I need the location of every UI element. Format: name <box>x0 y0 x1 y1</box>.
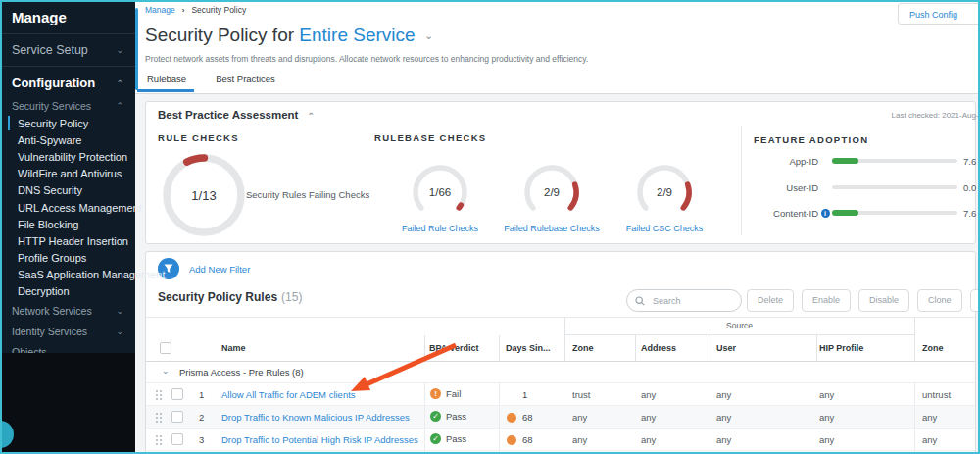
source-column-group: Source <box>564 317 914 335</box>
security-policy-rules-panel: Add New Filter Security Policy Rules(15)… <box>145 251 976 454</box>
page-title: Security Policy for Entire Service ⌄ <box>145 25 433 46</box>
divider <box>914 317 915 361</box>
sidebar-item-security-policy[interactable]: Security Policy <box>0 115 135 131</box>
push-config-button[interactable]: Push Config <box>898 3 980 25</box>
tab-rulebase[interactable]: Rulebase <box>145 70 188 92</box>
failed-rule-checks-gauge: 1/66 <box>409 161 471 224</box>
rule-name-link[interactable]: Allow All Traffic for ADEM clients <box>221 389 356 400</box>
divider <box>499 382 500 454</box>
search-box[interactable] <box>626 289 742 312</box>
rule-name-link[interactable]: Drop Traffic to Known Malicious IP Addre… <box>221 412 410 423</box>
breadcrumb-security-policy: Security Policy <box>191 5 246 15</box>
rule-group-label: Prisma Access - Pre Rules (8) <box>179 367 304 378</box>
column-header-source-address[interactable]: Address <box>641 343 676 353</box>
sidebar-item-configuration[interactable]: Configuration ⌃ <box>0 67 135 95</box>
divider <box>424 335 425 361</box>
page-title-prefix: Security Policy for <box>145 25 294 45</box>
sidebar-item-anti-spyware[interactable]: Anti-Spyware <box>0 131 135 148</box>
rule-checks-label: Security Rules Failing Checks <box>246 189 393 200</box>
tab-bar: Rulebase Best Practices <box>145 70 277 92</box>
scope-selector[interactable]: Entire Service <box>299 25 415 45</box>
sidebar-group-identity-services[interactable]: Identity Services ⌄ <box>0 321 135 341</box>
sidebar-item-saas-application-management[interactable]: SaaS Application Management <box>0 267 135 283</box>
chevron-down-icon: ⌄ <box>116 47 123 53</box>
column-header-days-since[interactable]: Days Sin... <box>506 343 551 353</box>
column-header-source-zone[interactable]: Zone <box>572 343 594 353</box>
page-subtitle: Protect network assets from threats and … <box>145 54 588 64</box>
chevron-up-icon: ⌃ <box>308 111 316 121</box>
clone-button[interactable]: Clone <box>917 289 962 312</box>
sidebar-group-security-services[interactable]: Security Services ⌃ <box>0 95 135 115</box>
delete-button[interactable]: Delete <box>747 289 794 312</box>
sidebar-item-service-setup[interactable]: Service Setup ⌄ <box>0 34 135 67</box>
best-practice-assessment-panel: Best Practice Assessment ⌃ Last checked:… <box>145 101 976 244</box>
chevron-right-icon: › <box>182 6 185 15</box>
drag-handle-icon[interactable] <box>155 412 163 424</box>
breadcrumb-manage[interactable]: Manage <box>145 5 175 15</box>
drag-handle-icon[interactable] <box>155 434 163 446</box>
failed-csc-checks-gauge: 2/9 <box>633 161 696 224</box>
select-all-checkbox[interactable] <box>160 342 172 354</box>
table-row[interactable]: 1 Allow All Traffic for ADEM clients Fai… <box>146 382 975 406</box>
column-header-name[interactable]: Name <box>221 343 246 353</box>
sidebar-item-file-blocking[interactable]: File Blocking <box>0 216 135 232</box>
app-id-progress-bar <box>832 159 957 163</box>
row-checkbox[interactable] <box>172 388 183 400</box>
bpa-panel-title[interactable]: Best Practice Assessment ⌃ <box>158 109 315 121</box>
sidebar-item-dns-security[interactable]: DNS Security <box>0 182 135 199</box>
chevron-down-icon[interactable]: ⌄ <box>424 29 433 41</box>
row-checkbox[interactable] <box>172 433 183 445</box>
divider <box>499 335 500 361</box>
drag-handle-icon[interactable] <box>155 389 163 401</box>
scrollbar[interactable] <box>135 8 138 90</box>
sidebar-item-decryption[interactable]: Decryption <box>0 283 135 300</box>
sidebar-item-vulnerability-protection[interactable]: Vulnerability Protection <box>0 148 135 165</box>
column-header-hip-profile[interactable]: HIP Profile <box>819 343 863 353</box>
column-header-dest-zone[interactable]: Zone <box>922 343 944 353</box>
feature-adoption-row-user-id: User-ID 0.0 <box>734 181 980 193</box>
pass-icon <box>430 411 441 422</box>
chevron-down-icon: ⌄ <box>116 328 123 334</box>
move-button[interactable]: Move⌄ <box>970 289 980 312</box>
search-icon <box>635 296 645 306</box>
feature-adoption-row-content-id: Content-ID i 7.6 <box>734 207 980 219</box>
disable-button[interactable]: Disable <box>858 289 909 312</box>
rule-name-link[interactable]: Drop Traffic to Potential High Risk IP A… <box>221 434 418 445</box>
sidebar: Manage Service Setup ⌄ Configuration ⌃ S… <box>0 0 135 454</box>
divider <box>741 126 742 235</box>
sidebar-item-profile-groups[interactable]: Profile Groups <box>0 250 135 267</box>
column-header-source-user[interactable]: User <box>716 343 736 353</box>
chevron-down-icon[interactable]: ⌄ <box>162 366 170 376</box>
days-since-dot <box>507 435 516 445</box>
tab-best-practices[interactable]: Best Practices <box>214 70 277 92</box>
add-new-filter-link[interactable]: Add New Filter <box>189 264 250 275</box>
table-row[interactable]: 3 Drop Traffic to Potential High Risk IP… <box>146 428 975 451</box>
bpa-verdict-cell: Pass <box>430 433 466 444</box>
failed-csc-checks-link[interactable]: Failed CSC Checks <box>596 224 733 233</box>
sidebar-item-url-access-management[interactable]: URL Access Management <box>0 199 135 216</box>
enable-button[interactable]: Enable <box>802 289 851 312</box>
rule-checks-heading: RULE CHECKS <box>158 132 239 143</box>
sidebar-item-wildfire-antivirus[interactable]: WildFire and Antivirus <box>0 166 135 182</box>
app-window: Manage Service Setup ⌄ Configuration ⌃ S… <box>0 0 980 454</box>
row-checkbox[interactable] <box>172 411 183 423</box>
sidebar-item-http-header-insertion[interactable]: HTTP Header Insertion <box>0 232 135 249</box>
content-id-progress-bar <box>832 211 957 215</box>
sidebar-group-network-services[interactable]: Network Services ⌄ <box>0 300 135 321</box>
table-row[interactable]: 4 Drop Traffic to Bulletproof hosting pr… <box>146 450 975 454</box>
rule-checks-donut: 1/13 <box>161 152 247 238</box>
failed-rulebase-checks-gauge: 2/9 <box>520 161 583 224</box>
bpa-verdict-cell: Pass <box>430 411 466 422</box>
user-id-progress-bar <box>832 185 957 189</box>
rule-group-row[interactable]: ⌄ Prisma Access - Pre Rules (8) <box>146 361 975 382</box>
fail-icon <box>430 388 441 399</box>
last-checked-label: Last checked: 2021-Aug-2 <box>892 111 980 120</box>
breadcrumb: Manage › Security Policy <box>145 5 246 15</box>
divider <box>914 382 915 454</box>
table-row[interactable]: 2 Drop Traffic to Known Malicious IP Add… <box>146 405 975 429</box>
sidebar-footer-area <box>0 353 135 454</box>
info-icon[interactable]: i <box>821 209 830 218</box>
table-header-row: Name BPA Verdict Days Sin... Zone Addres… <box>146 335 975 362</box>
column-header-bpa-verdict[interactable]: BPA Verdict <box>429 343 479 353</box>
search-input[interactable] <box>651 295 733 307</box>
